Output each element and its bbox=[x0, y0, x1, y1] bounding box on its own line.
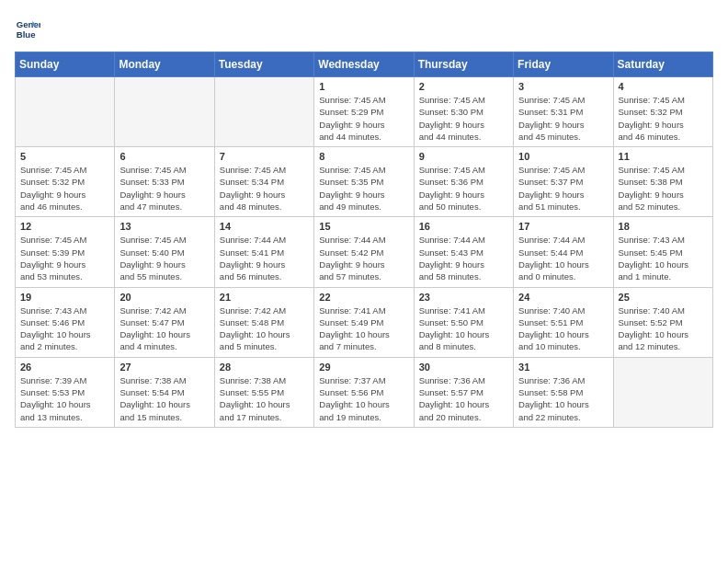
day-cell: 10Sunrise: 7:45 AM Sunset: 5:37 PM Dayli… bbox=[514, 147, 613, 217]
day-info: Sunrise: 7:45 AM Sunset: 5:34 PM Dayligh… bbox=[220, 164, 309, 213]
weekday-friday: Friday bbox=[514, 52, 613, 77]
day-number: 20 bbox=[119, 292, 209, 303]
day-cell: 3Sunrise: 7:45 AM Sunset: 5:31 PM Daylig… bbox=[514, 77, 613, 147]
day-info: Sunrise: 7:45 AM Sunset: 5:29 PM Dayligh… bbox=[319, 94, 408, 143]
day-info: Sunrise: 7:45 AM Sunset: 5:37 PM Dayligh… bbox=[518, 164, 608, 213]
day-number: 29 bbox=[319, 362, 408, 373]
day-number: 16 bbox=[419, 221, 508, 232]
calendar-table: SundayMondayTuesdayWednesdayThursdayFrid… bbox=[15, 52, 713, 428]
day-number: 27 bbox=[119, 362, 209, 373]
day-cell: 21Sunrise: 7:42 AM Sunset: 5:48 PM Dayli… bbox=[214, 287, 313, 357]
weekday-header-row: SundayMondayTuesdayWednesdayThursdayFrid… bbox=[16, 52, 713, 77]
day-number: 19 bbox=[20, 292, 109, 303]
day-info: Sunrise: 7:45 AM Sunset: 5:32 PM Dayligh… bbox=[20, 164, 109, 213]
day-info: Sunrise: 7:44 AM Sunset: 5:41 PM Dayligh… bbox=[220, 234, 309, 282]
day-number: 4 bbox=[619, 81, 708, 92]
weekday-wednesday: Wednesday bbox=[314, 52, 414, 77]
day-number: 2 bbox=[419, 81, 508, 92]
day-cell: 11Sunrise: 7:45 AM Sunset: 5:38 PM Dayli… bbox=[613, 147, 712, 217]
day-number: 5 bbox=[20, 151, 109, 162]
day-number: 7 bbox=[220, 151, 309, 162]
day-info: Sunrise: 7:44 AM Sunset: 5:43 PM Dayligh… bbox=[419, 234, 508, 282]
day-cell: 8Sunrise: 7:45 AM Sunset: 5:35 PM Daylig… bbox=[314, 147, 414, 217]
day-info: Sunrise: 7:45 AM Sunset: 5:32 PM Dayligh… bbox=[619, 94, 708, 143]
day-number: 10 bbox=[518, 151, 608, 162]
day-cell: 4Sunrise: 7:45 AM Sunset: 5:32 PM Daylig… bbox=[613, 77, 712, 147]
weekday-thursday: Thursday bbox=[414, 52, 513, 77]
day-cell bbox=[115, 77, 214, 147]
day-info: Sunrise: 7:44 AM Sunset: 5:42 PM Dayligh… bbox=[319, 234, 408, 282]
day-info: Sunrise: 7:36 AM Sunset: 5:58 PM Dayligh… bbox=[518, 374, 608, 423]
day-number: 3 bbox=[518, 81, 608, 92]
day-number: 13 bbox=[119, 221, 209, 232]
day-cell: 26Sunrise: 7:39 AM Sunset: 5:53 PM Dayli… bbox=[16, 357, 115, 427]
day-number: 22 bbox=[319, 292, 408, 303]
day-number: 11 bbox=[619, 151, 708, 162]
day-cell: 19Sunrise: 7:43 AM Sunset: 5:46 PM Dayli… bbox=[16, 287, 115, 357]
day-cell: 7Sunrise: 7:45 AM Sunset: 5:34 PM Daylig… bbox=[214, 147, 313, 217]
day-number: 24 bbox=[518, 292, 608, 303]
day-cell: 16Sunrise: 7:44 AM Sunset: 5:43 PM Dayli… bbox=[414, 217, 513, 287]
day-cell: 1Sunrise: 7:45 AM Sunset: 5:29 PM Daylig… bbox=[314, 77, 414, 147]
day-info: Sunrise: 7:45 AM Sunset: 5:39 PM Dayligh… bbox=[20, 234, 109, 282]
day-cell: 15Sunrise: 7:44 AM Sunset: 5:42 PM Dayli… bbox=[314, 217, 414, 287]
day-info: Sunrise: 7:41 AM Sunset: 5:49 PM Dayligh… bbox=[319, 304, 408, 353]
day-number: 17 bbox=[518, 221, 608, 232]
day-number: 23 bbox=[419, 292, 508, 303]
day-number: 8 bbox=[319, 151, 408, 162]
day-cell: 20Sunrise: 7:42 AM Sunset: 5:47 PM Dayli… bbox=[115, 287, 214, 357]
calendar-body: 1Sunrise: 7:45 AM Sunset: 5:29 PM Daylig… bbox=[16, 77, 713, 428]
weekday-monday: Monday bbox=[115, 52, 214, 77]
day-number: 21 bbox=[220, 292, 309, 303]
day-number: 15 bbox=[319, 221, 408, 232]
day-cell: 9Sunrise: 7:45 AM Sunset: 5:36 PM Daylig… bbox=[414, 147, 513, 217]
day-number: 18 bbox=[619, 221, 708, 232]
day-info: Sunrise: 7:38 AM Sunset: 5:55 PM Dayligh… bbox=[220, 374, 309, 423]
day-cell bbox=[613, 357, 712, 427]
logo: General Blue bbox=[15, 15, 44, 40]
day-info: Sunrise: 7:40 AM Sunset: 5:52 PM Dayligh… bbox=[619, 304, 708, 353]
day-cell: 13Sunrise: 7:45 AM Sunset: 5:40 PM Dayli… bbox=[115, 217, 214, 287]
week-row-4: 19Sunrise: 7:43 AM Sunset: 5:46 PM Dayli… bbox=[16, 287, 713, 357]
day-number: 28 bbox=[220, 362, 309, 373]
day-cell: 24Sunrise: 7:40 AM Sunset: 5:51 PM Dayli… bbox=[514, 287, 613, 357]
svg-text:General: General bbox=[17, 19, 40, 29]
day-info: Sunrise: 7:40 AM Sunset: 5:51 PM Dayligh… bbox=[518, 304, 608, 353]
day-info: Sunrise: 7:42 AM Sunset: 5:48 PM Dayligh… bbox=[220, 304, 309, 353]
week-row-2: 5Sunrise: 7:45 AM Sunset: 5:32 PM Daylig… bbox=[16, 147, 713, 217]
day-number: 1 bbox=[319, 81, 408, 92]
day-cell: 2Sunrise: 7:45 AM Sunset: 5:30 PM Daylig… bbox=[414, 77, 513, 147]
day-number: 31 bbox=[518, 362, 608, 373]
day-number: 14 bbox=[220, 221, 309, 232]
day-cell: 27Sunrise: 7:38 AM Sunset: 5:54 PM Dayli… bbox=[115, 357, 214, 427]
day-cell: 17Sunrise: 7:44 AM Sunset: 5:44 PM Dayli… bbox=[514, 217, 613, 287]
day-cell: 31Sunrise: 7:36 AM Sunset: 5:58 PM Dayli… bbox=[514, 357, 613, 427]
week-row-5: 26Sunrise: 7:39 AM Sunset: 5:53 PM Dayli… bbox=[16, 357, 713, 427]
logo-icon: General Blue bbox=[15, 15, 40, 40]
day-info: Sunrise: 7:44 AM Sunset: 5:44 PM Dayligh… bbox=[518, 234, 608, 282]
day-number: 25 bbox=[619, 292, 708, 303]
week-row-3: 12Sunrise: 7:45 AM Sunset: 5:39 PM Dayli… bbox=[16, 217, 713, 287]
day-info: Sunrise: 7:45 AM Sunset: 5:33 PM Dayligh… bbox=[119, 164, 209, 213]
day-cell: 6Sunrise: 7:45 AM Sunset: 5:33 PM Daylig… bbox=[115, 147, 214, 217]
day-cell: 22Sunrise: 7:41 AM Sunset: 5:49 PM Dayli… bbox=[314, 287, 414, 357]
day-info: Sunrise: 7:45 AM Sunset: 5:31 PM Dayligh… bbox=[518, 94, 608, 143]
day-cell: 23Sunrise: 7:41 AM Sunset: 5:50 PM Dayli… bbox=[414, 287, 513, 357]
day-cell: 12Sunrise: 7:45 AM Sunset: 5:39 PM Dayli… bbox=[16, 217, 115, 287]
day-info: Sunrise: 7:45 AM Sunset: 5:38 PM Dayligh… bbox=[619, 164, 708, 213]
day-info: Sunrise: 7:42 AM Sunset: 5:47 PM Dayligh… bbox=[119, 304, 209, 353]
day-info: Sunrise: 7:36 AM Sunset: 5:57 PM Dayligh… bbox=[419, 374, 508, 423]
day-info: Sunrise: 7:45 AM Sunset: 5:40 PM Dayligh… bbox=[119, 234, 209, 282]
svg-text:Blue: Blue bbox=[17, 29, 36, 40]
day-info: Sunrise: 7:38 AM Sunset: 5:54 PM Dayligh… bbox=[119, 374, 209, 423]
day-number: 9 bbox=[419, 151, 508, 162]
day-info: Sunrise: 7:45 AM Sunset: 5:36 PM Dayligh… bbox=[419, 164, 508, 213]
day-info: Sunrise: 7:39 AM Sunset: 5:53 PM Dayligh… bbox=[20, 374, 109, 423]
day-cell bbox=[16, 77, 115, 147]
day-cell: 29Sunrise: 7:37 AM Sunset: 5:56 PM Dayli… bbox=[314, 357, 414, 427]
day-cell: 25Sunrise: 7:40 AM Sunset: 5:52 PM Dayli… bbox=[613, 287, 712, 357]
day-cell: 28Sunrise: 7:38 AM Sunset: 5:55 PM Dayli… bbox=[214, 357, 313, 427]
day-number: 26 bbox=[20, 362, 109, 373]
page-header: General Blue bbox=[15, 15, 713, 40]
week-row-1: 1Sunrise: 7:45 AM Sunset: 5:29 PM Daylig… bbox=[16, 77, 713, 147]
